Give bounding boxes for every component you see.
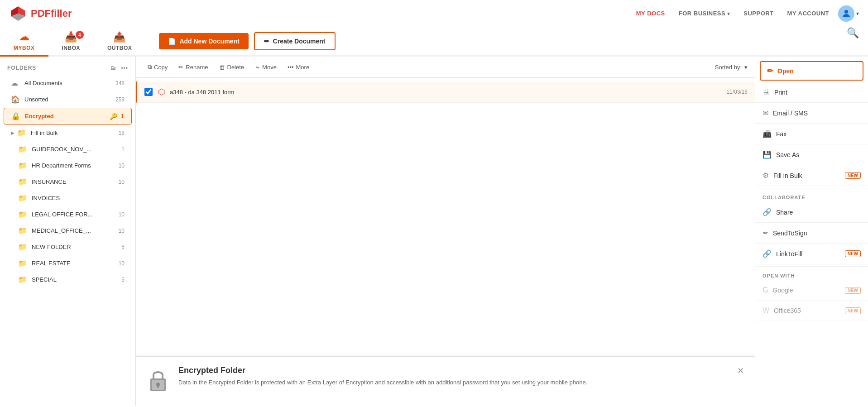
tab-bar: ☁ MYBOX 📥 INBOX 4 📤 OUTBOX 📄 Add New Doc… bbox=[0, 27, 868, 57]
share-icon: 🔗 bbox=[762, 208, 772, 216]
all-docs-icon: ☁ bbox=[11, 79, 20, 87]
sidebar-item-new-folder[interactable]: 📁 NEW FOLDER 5 bbox=[4, 239, 132, 255]
right-panel: ✏ Open 🖨 Print ✉ Email / SMS 📠 Fax 💾 Sav… bbox=[755, 57, 868, 406]
add-new-document-button[interactable]: 📄 Add New Document bbox=[159, 33, 248, 49]
table-row[interactable]: ⬡ a348 - da 348 2011 form 11/03/16 bbox=[136, 81, 755, 103]
real-estate-count: 10 bbox=[119, 260, 125, 267]
tab-mybox-label: MYBOX bbox=[14, 45, 35, 51]
unsorted-label: Unsorted bbox=[24, 96, 115, 103]
real-estate-icon: 📁 bbox=[18, 259, 27, 268]
special-label: SPECIAL bbox=[32, 276, 121, 283]
create-doc-label: Create Document bbox=[273, 38, 326, 45]
open-with-section-header: OPEN WITH bbox=[755, 268, 868, 280]
send-to-sign-button[interactable]: ✒ SendToSign bbox=[755, 223, 868, 244]
nav-support[interactable]: SUPPORT bbox=[743, 10, 773, 17]
more-icon: ••• bbox=[288, 64, 294, 71]
invoices-label: INVOICES bbox=[32, 195, 125, 201]
send-to-sign-icon: ✒ bbox=[762, 229, 768, 237]
tab-outbox[interactable]: 📤 OUTBOX bbox=[94, 27, 145, 57]
rename-button[interactable]: ✏ Rename bbox=[174, 62, 212, 73]
fill-bulk-new-badge: NEW bbox=[845, 172, 861, 179]
copy-icon: ⧉ bbox=[148, 63, 152, 71]
add-doc-label: Add New Document bbox=[179, 38, 239, 45]
tab-mybox[interactable]: ☁ MYBOX bbox=[0, 27, 48, 57]
doc-checkbox[interactable] bbox=[144, 88, 153, 96]
tab-outbox-label: OUTBOX bbox=[107, 45, 132, 51]
sort-control[interactable]: Sorted by: ▾ bbox=[715, 64, 748, 71]
medical-count: 10 bbox=[119, 228, 125, 234]
special-count: 5 bbox=[121, 277, 125, 283]
nav-chevron-icon[interactable]: ▾ bbox=[856, 10, 859, 17]
expand-icon[interactable]: ▶ bbox=[11, 130, 14, 135]
print-button[interactable]: 🖨 Print bbox=[755, 82, 868, 103]
tab-inbox[interactable]: 📥 INBOX 4 bbox=[48, 27, 94, 57]
share-button[interactable]: 🔗 Share bbox=[755, 202, 868, 223]
fax-button[interactable]: 📠 Fax bbox=[755, 124, 868, 144]
pdf-icon: ⬡ bbox=[158, 87, 165, 97]
sidebar-item-fill-in-bulk[interactable]: ▶ 📁 Fill in Bulk 18 bbox=[4, 125, 132, 141]
office365-icon: W bbox=[762, 306, 769, 315]
insurance-icon: 📁 bbox=[18, 177, 27, 186]
guidebook-icon: 📁 bbox=[18, 145, 27, 153]
link-to-fill-label: LinkToFill bbox=[776, 250, 802, 258]
sidebar-item-invoices[interactable]: 📁 INVOICES bbox=[4, 190, 132, 206]
email-sms-button[interactable]: ✉ Email / SMS bbox=[755, 103, 868, 124]
create-document-button[interactable]: ✏ Create Document bbox=[254, 32, 336, 50]
sidebar-item-special[interactable]: 📁 SPECIAL 5 bbox=[4, 272, 132, 287]
hr-label: HR Department Forms bbox=[32, 162, 119, 169]
sidebar-item-unsorted[interactable]: 🏠 Unsorted 259 bbox=[4, 91, 132, 107]
nav-avatar[interactable] bbox=[838, 5, 854, 22]
more-options-icon[interactable]: ••• bbox=[121, 65, 128, 71]
fax-icon: 📠 bbox=[762, 129, 772, 138]
google-button[interactable]: G Google NEW bbox=[755, 280, 868, 301]
nav-for-business[interactable]: FOR BUSINESS bbox=[679, 10, 730, 17]
svg-point-3 bbox=[844, 10, 848, 14]
sidebar-item-hr[interactable]: 📁 HR Department Forms 10 bbox=[4, 158, 132, 173]
fill-bulk-label: Fill in Bulk bbox=[773, 172, 802, 179]
open-button[interactable]: ✏ Open bbox=[760, 61, 863, 81]
office365-button[interactable]: W Office365 NEW bbox=[755, 301, 868, 321]
enc-close-button[interactable]: ✕ bbox=[737, 366, 744, 376]
copy-label: Copy bbox=[154, 64, 168, 71]
sorted-by-label: Sorted by: bbox=[715, 64, 742, 71]
sidebar-item-guidebook[interactable]: 📁 GUIDEBOOK_NOV_... 1 bbox=[4, 141, 132, 157]
fill-in-bulk-button[interactable]: ⚙ Fill in Bulk NEW bbox=[755, 165, 868, 186]
more-label: More bbox=[296, 64, 310, 71]
medical-icon: 📁 bbox=[18, 226, 27, 235]
unsorted-count: 259 bbox=[115, 96, 125, 103]
sidebar-item-encrypted[interactable]: 🔒 Encrypted 🔑 1 bbox=[4, 108, 132, 124]
sidebar-item-all-documents[interactable]: ☁ All Documents 348 bbox=[4, 75, 132, 91]
add-folder-icon[interactable]: 🗂 bbox=[110, 65, 116, 71]
sidebar-item-insurance[interactable]: 📁 INSURANCE 10 bbox=[4, 174, 132, 190]
unsorted-icon: 🏠 bbox=[11, 95, 20, 104]
link-to-fill-button[interactable]: 🔗 LinkToFill NEW bbox=[755, 244, 868, 264]
search-icon[interactable]: 🔍 bbox=[847, 27, 868, 55]
enc-lock-icon bbox=[147, 368, 169, 397]
doc-name: a348 - da 348 2011 form bbox=[170, 89, 726, 96]
doc-date: 11/03/16 bbox=[726, 89, 748, 95]
move-icon: ⤷ bbox=[255, 64, 260, 71]
nav-links: MY DOCS FOR BUSINESS SUPPORT MY ACCOUNT bbox=[636, 10, 829, 17]
print-label: Print bbox=[774, 89, 787, 96]
rename-label: Rename bbox=[186, 64, 208, 71]
mybox-icon: ☁ bbox=[19, 31, 29, 43]
sidebar-item-legal[interactable]: 📁 LEGAL OFFICE FOR... 10 bbox=[4, 206, 132, 222]
new-folder-icon: 📁 bbox=[18, 243, 27, 251]
insurance-label: INSURANCE bbox=[32, 178, 119, 185]
all-docs-count: 348 bbox=[115, 80, 125, 86]
copy-button[interactable]: ⧉ Copy bbox=[143, 61, 172, 73]
move-button[interactable]: ⤷ Move bbox=[250, 62, 281, 73]
nav-my-docs[interactable]: MY DOCS bbox=[636, 10, 665, 17]
sidebar-item-medical[interactable]: 📁 MEDICAL_OFFICE_... 10 bbox=[4, 223, 132, 239]
nav-my-account[interactable]: MY ACCOUNT bbox=[787, 10, 829, 17]
invoices-icon: 📁 bbox=[18, 194, 27, 202]
sort-dropdown-icon[interactable]: ▾ bbox=[744, 64, 748, 71]
save-as-button[interactable]: 💾 Save As bbox=[755, 144, 868, 165]
fill-bulk-icon: 📁 bbox=[17, 129, 26, 137]
delete-button[interactable]: 🗑 Delete bbox=[215, 62, 249, 73]
move-label: Move bbox=[262, 64, 277, 71]
logo[interactable]: PDFfiller bbox=[9, 5, 72, 23]
sidebar-item-real-estate[interactable]: 📁 REAL ESTATE 10 bbox=[4, 255, 132, 271]
more-button[interactable]: ••• More bbox=[283, 62, 314, 73]
encrypted-label: Encrypted bbox=[25, 113, 108, 120]
